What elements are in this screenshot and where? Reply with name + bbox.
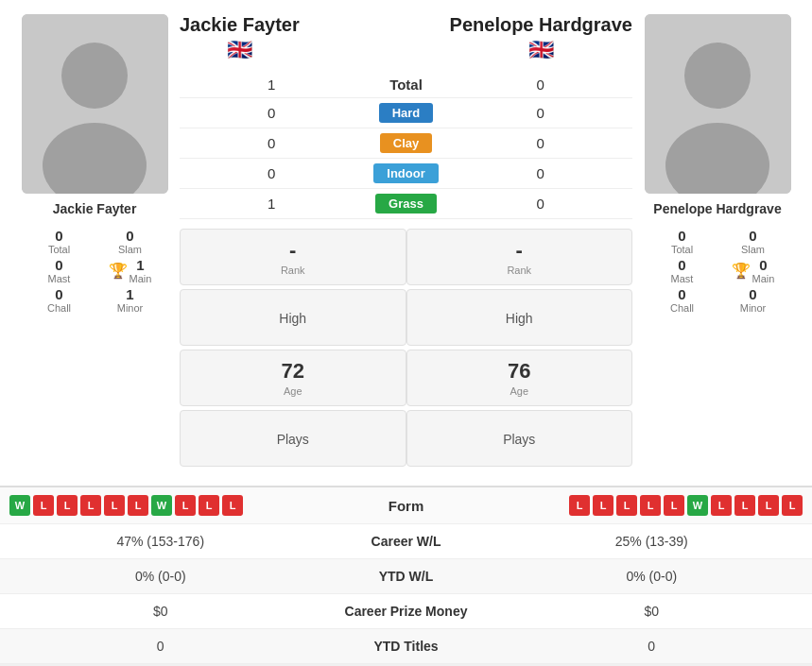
clay-right: 0 [449,128,633,159]
player1-main: 1 Main [130,257,152,284]
player1-rank-panel: - Rank [180,229,406,285]
form-badge-w: W [151,495,172,516]
player2-flag: 🇬🇧 [450,38,632,62]
player1-total: 0 Total [28,228,90,255]
grass-badge-cell: Grass [364,189,449,219]
player2-title: Penelope Hardgrave [450,14,632,36]
grass-row: 1 Grass 0 [180,189,632,219]
titles-row: 0 YTD Titles 0 [0,629,812,664]
player2-chall: 0 Chall [651,286,713,314]
clay-row: 0 Clay 0 [180,128,632,159]
form-badge-w: W [687,495,708,516]
total-row: 1 Total 0 [180,72,632,98]
player2-name-label: Penelope Hardgrave [653,201,781,216]
player1-name-label: Jackie Fayter [53,201,137,216]
center-section: Jackie Fayter 🇬🇧 Penelope Hardgrave 🇬🇧 1… [180,14,632,467]
career-wl-row: 47% (153-176) Career W/L 25% (13-39) [0,524,812,559]
player2-total: 0 Total [651,228,713,255]
form-badge-l: L [175,495,196,516]
player2-career-wl: 25% (13-39) [501,534,803,549]
player2-slam: 0 Slam [722,228,784,255]
player1-prize: $0 [9,604,312,619]
right-panels: - Rank High 76 Age Plays [406,229,633,467]
player2-age-panel: 76 Age [406,350,633,406]
player2-avatar [645,14,791,194]
player2-trophy-row: 🏆 0 Main [722,257,784,284]
player1-ytd-wl: 0% (0-0) [9,569,312,584]
player1-minor: 1 Minor [99,286,161,314]
form-badge-l: L [711,495,732,516]
top-section: Jackie Fayter 0 Total 0 Slam 0 Mast 🏆 [0,0,812,476]
player1-title: Jackie Fayter [180,14,300,36]
player1-block: Jackie Fayter 0 Total 0 Slam 0 Mast 🏆 [9,14,180,467]
form-badge-l: L [734,495,755,516]
clay-left: 0 [180,128,364,159]
player-names-row: Jackie Fayter 🇬🇧 Penelope Hardgrave 🇬🇧 [180,14,632,62]
svg-point-1 [61,43,128,109]
form-badge-l: L [758,495,779,516]
player2-ytd-wl: 0% (0-0) [501,569,803,584]
clay-badge: Clay [380,133,432,153]
form-badge-l: L [640,495,661,516]
player2-high-panel: High [406,289,633,346]
player1-chall: 0 Chall [28,286,90,314]
player2-titles: 0 [501,639,803,654]
form-badge-l: L [128,495,148,516]
hard-badge-cell: Hard [364,98,449,128]
clay-badge-cell: Clay [364,128,449,159]
hard-left: 0 [180,98,364,128]
player2-mast: 0 Mast [651,257,713,284]
player2-form-badges: LLLLLWLLLL [482,495,803,516]
player1-avatar [22,14,168,194]
indoor-right: 0 [449,159,633,189]
player1-flag: 🇬🇧 [180,38,300,62]
form-badge-l: L [616,495,637,516]
form-badge-l: L [57,495,78,516]
prize-label: Career Prize Money [312,604,501,619]
player1-mast: 0 Mast [28,257,90,284]
grass-right: 0 [449,189,633,219]
player1-slam: 0 Slam [99,228,161,255]
form-badge-l: L [569,495,590,516]
prize-row: $0 Career Prize Money $0 [0,594,812,629]
main-container: Jackie Fayter 0 Total 0 Slam 0 Mast 🏆 [0,0,812,664]
form-badge-l: L [104,495,125,516]
grass-badge: Grass [375,194,437,213]
form-label: Form [331,498,482,514]
player1-age-panel: 72 Age [180,350,406,406]
indoor-badge: Indoor [373,163,438,183]
form-row: WLLLLLWLLL Form LLLLLWLLLL [0,487,812,524]
bottom-stats: WLLLLLWLLL Form LLLLLWLLLL 47% (153-176)… [0,486,812,664]
player2-rank-panel: - Rank [406,229,633,285]
hard-right: 0 [449,98,633,128]
player1-header: Jackie Fayter 🇬🇧 [180,14,300,62]
player2-minor: 0 Minor [722,286,784,314]
career-wl-label: Career W/L [312,534,501,549]
svg-point-4 [684,43,751,109]
player1-titles: 0 [9,639,312,654]
indoor-left: 0 [180,159,364,189]
player2-prize: $0 [501,604,803,619]
total-right: 0 [449,72,633,98]
left-panels: - Rank High 72 Age Plays [180,229,406,467]
player1-trophy-row: 🏆 1 Main [99,257,161,284]
ytd-wl-label: YTD W/L [312,569,501,584]
hard-row: 0 Hard 0 [180,98,632,128]
form-badge-l: L [664,495,684,516]
player2-trophy-icon: 🏆 [732,262,751,280]
total-left: 1 [180,72,364,98]
player1-stats: 0 Total 0 Slam 0 Mast 🏆 1 Main [28,228,161,314]
player2-plays-panel: Plays [406,410,633,467]
indoor-row: 0 Indoor 0 [180,159,632,189]
stat-panels-row: - Rank High 72 Age Plays [180,229,632,467]
player1-trophy-icon: 🏆 [109,262,128,280]
form-badge-l: L [80,495,101,516]
form-badge-w: W [9,495,30,516]
form-badge-l: L [593,495,613,516]
total-label: Total [364,72,449,98]
grass-left: 1 [180,189,364,219]
player1-career-wl: 47% (153-176) [9,534,312,549]
scores-table: 1 Total 0 0 Hard 0 0 Clay [180,72,632,219]
form-badge-l: L [33,495,54,516]
player2-header: Penelope Hardgrave 🇬🇧 [450,14,632,62]
